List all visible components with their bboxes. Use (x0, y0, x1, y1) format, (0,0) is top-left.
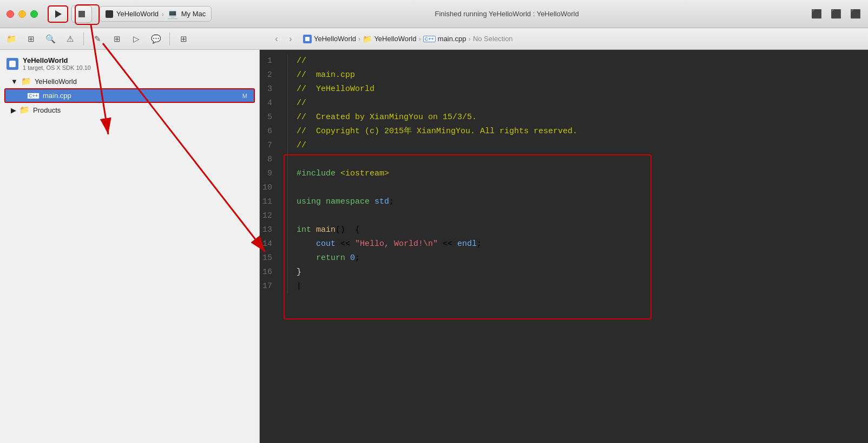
sep3: › (469, 35, 471, 43)
code-line-4: // (297, 96, 868, 110)
code-line-15: return 0; (297, 251, 868, 265)
secondary-toolbar: 📁 ⊞ 🔍 ⚠ ✎ ⊞ ▷ 💬 ⊞ ‹ › YeHelloWorld › 📁 Y… (0, 28, 868, 50)
sec-toolbar-left: 📁 ⊞ 🔍 ⚠ ✎ ⊞ ▷ 💬 ⊞ (5, 32, 265, 45)
project-selector-name: YeHelloWorld (116, 10, 159, 18)
code-line-13: int main() { (297, 223, 868, 237)
close-button[interactable] (6, 10, 14, 18)
code-line-9: #include <iostream> (297, 167, 868, 181)
file-modified-badge: M (242, 93, 247, 99)
code-line-17: | (297, 279, 868, 294)
toolbar-icons: ⬛ ⬛ ⬛ (811, 8, 862, 20)
project-file-icon (303, 35, 312, 43)
titlebar: YeHelloWorld › 💻 My Mac Finished running… (0, 0, 868, 28)
code-line-8 (297, 153, 868, 167)
project-icon (106, 10, 113, 18)
code-area: 1 2 3 4 5 6 7 8 9 10 11 12 13 14 15 16 1… (260, 50, 868, 298)
tree-folder-products[interactable]: ▶ 📁 Products (0, 103, 259, 117)
products-label: Products (33, 106, 61, 114)
code-line-7: // (297, 139, 868, 153)
line-numbers: 1 2 3 4 5 6 7 8 9 10 11 12 13 14 15 16 1… (260, 54, 288, 294)
status-text: Finished running YeHelloWorld : YeHelloW… (212, 10, 802, 18)
breadcrumb-nav: ‹ › (271, 33, 297, 45)
sidebar: YeHelloWorld 1 target, OS X SDK 10.10 ▼ … (0, 50, 260, 443)
right-arrow-icon[interactable]: ▷ (130, 33, 142, 45)
breakpoint-icon[interactable]: ⊞ (111, 33, 123, 45)
device-icon: 💻 (167, 9, 178, 19)
code-line-6: // Copyright (c) 2015年 XianMingYou. All … (297, 125, 868, 139)
svg-rect-3 (9, 61, 16, 67)
code-line-11: using namespace std; (297, 195, 868, 209)
stop-button[interactable] (71, 5, 92, 23)
folder-yellow-icon: 📁 (21, 76, 31, 86)
tree-item-maincpp[interactable]: C++ main.cpp M (5, 89, 254, 102)
maximize-button[interactable] (30, 10, 38, 18)
device-name: My Mac (181, 10, 206, 18)
code-line-16: } (297, 265, 868, 279)
no-selection: No Selection (473, 35, 513, 43)
svg-rect-2 (305, 37, 310, 41)
code-line-1: // (297, 54, 868, 68)
svg-rect-1 (78, 11, 85, 17)
project-subtitle: 1 target, OS X SDK 10.10 (23, 64, 91, 71)
chevron-right-icon: › (162, 11, 164, 17)
triangle-right-icon: ▶ (11, 106, 16, 114)
utilities-icon[interactable]: ⬛ (850, 8, 862, 20)
comment-icon[interactable]: 💬 (150, 33, 162, 45)
run-button[interactable] (48, 5, 68, 23)
products-folder-icon: 📁 (19, 105, 30, 115)
sep2: › (418, 35, 420, 43)
sidebar-file-box: C++ main.cpp M (4, 88, 255, 103)
grid-icon[interactable]: ⊞ (177, 33, 189, 45)
tree-folder-yehelloworld[interactable]: ▼ 📁 YeHelloWorld (0, 74, 259, 88)
svg-marker-0 (55, 10, 62, 18)
traffic-lights (6, 10, 38, 18)
divider2 (169, 32, 170, 45)
folder-label: YeHelloWorld (35, 77, 77, 86)
folder-icon-bc: 📁 (363, 35, 372, 43)
code-line-14: cout << "Hello, World!\n" << endl; (297, 237, 868, 251)
warning-icon[interactable]: ⚠ (64, 33, 76, 45)
triangle-down-icon: ▼ (11, 77, 18, 86)
project-selector[interactable]: YeHelloWorld › 💻 My Mac (100, 6, 212, 22)
minimize-button[interactable] (18, 10, 26, 18)
cpp-icon-bc: C++ (423, 36, 436, 42)
project-header[interactable]: YeHelloWorld 1 target, OS X SDK 10.10 (0, 53, 259, 74)
breadcrumb-back[interactable]: ‹ (271, 33, 282, 45)
breadcrumb-bar: ‹ › YeHelloWorld › 📁 YeHelloWorld › C++ … (271, 33, 863, 45)
project-name: YeHelloWorld (23, 56, 91, 64)
code-line-3: // YeHelloWorld (297, 82, 868, 96)
navigator-icon[interactable]: ⬛ (811, 8, 823, 20)
breadcrumb-project[interactable]: YeHelloWorld (303, 35, 356, 43)
breadcrumb-forward[interactable]: › (285, 33, 297, 45)
code-lines: // // main.cpp // YeHelloWorld // // Cre… (288, 54, 868, 294)
code-line-10 (297, 181, 868, 195)
breadcrumb-folder[interactable]: 📁 YeHelloWorld (363, 35, 416, 43)
sep1: › (358, 35, 360, 43)
code-line-12 (297, 209, 868, 223)
main-layout: YeHelloWorld 1 target, OS X SDK 10.10 ▼ … (0, 50, 868, 443)
debug-icon-2[interactable]: ✎ (91, 33, 103, 45)
cpp-badge-icon: C++ (27, 93, 40, 99)
code-line-5: // Created by XianMingYou on 15/3/5. (297, 110, 868, 125)
breadcrumb-file[interactable]: C++ main.cpp (423, 35, 466, 43)
divider (83, 32, 84, 45)
hierarchy-icon[interactable]: ⊞ (25, 33, 37, 45)
project-icon-sidebar (6, 58, 18, 70)
search-icon[interactable]: 🔍 (44, 33, 56, 45)
editor[interactable]: 1 2 3 4 5 6 7 8 9 10 11 12 13 14 15 16 1… (260, 50, 868, 443)
code-line-2: // main.cpp (297, 68, 868, 82)
folder-icon[interactable]: 📁 (5, 33, 17, 45)
file-name-label: main.cpp (43, 92, 71, 100)
debug-icon[interactable]: ⬛ (830, 8, 842, 20)
